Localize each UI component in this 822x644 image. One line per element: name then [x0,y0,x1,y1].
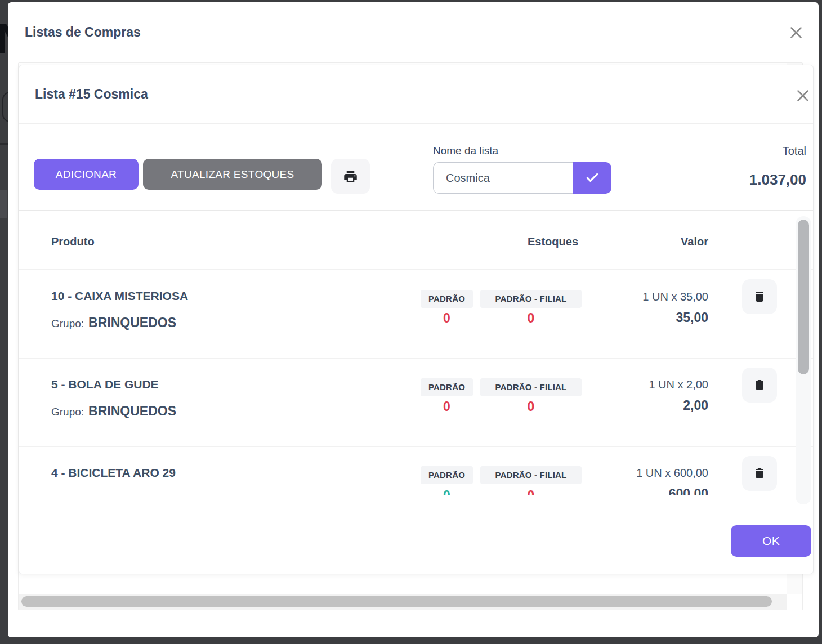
trash-icon [753,378,766,392]
row-total: 2,00 [683,398,708,413]
product-column-header: Produto [51,235,95,248]
delete-item-button[interactable] [742,456,777,491]
stock-badge: PADRÃO [421,466,473,484]
horizontal-scrollbar-track[interactable] [19,594,787,610]
list-name-input-group [433,162,611,194]
horizontal-scrollbar-thumb[interactable] [21,596,772,607]
trash-icon [753,290,766,303]
dialog-close-button[interactable] [792,84,814,107]
stock-badge: PADRÃO - FILIAL [480,378,582,396]
stock-quantity: 0 [421,311,473,326]
row-total: 600,00 [669,486,708,495]
table-divider [19,269,813,270]
print-button[interactable] [331,159,370,194]
quantity-price-line: 1 UN x 600,00 [636,467,708,480]
stock-quantity: 0 [480,311,582,326]
product-name: 5 - BOLA DE GUDE [51,378,159,391]
background-page-box [0,190,7,218]
product-table-viewport[interactable]: Produto Estoques Valor 10 - CAIXA MISTER… [19,211,813,495]
stock-badge: PADRÃO [421,290,473,308]
list-name-label: Nome da lista [433,145,498,157]
total-label: Total [783,145,806,158]
stock-quantity: 0 [480,399,582,414]
update-stocks-button[interactable]: ATUALIZAR ESTOQUES [143,159,322,190]
stock-badge: PADRÃO - FILIAL [480,290,582,308]
delete-item-button[interactable] [742,368,777,402]
printer-icon [343,169,358,184]
group-label: Grupo: [51,317,84,330]
screen: N Listas de Compras Lista #15 Cosmica [0,0,822,644]
total-value: 1.037,00 [749,171,806,189]
add-button[interactable]: ADICIONAR [34,159,139,190]
group-value: BRINQUEDOS [88,404,176,419]
product-group: Grupo: BRINQUEDOS [51,315,176,330]
dialog-title: Lista #15 Cosmica [35,87,148,102]
close-icon [787,23,806,42]
stocks-column-header: Estoques [497,235,609,248]
list-name-input[interactable] [433,162,573,194]
dialog-header-divider [19,123,813,124]
table-divider [19,358,813,359]
stock-badge: PADRÃO - FILIAL [480,466,582,484]
row-total: 35,00 [676,310,708,325]
dialog-footer-divider [19,506,813,506]
product-name: 4 - BICICLETA ARO 29 [51,466,176,480]
shopping-lists-modal: Listas de Compras Lista #15 Cosmica [8,2,819,637]
confirm-name-button[interactable] [573,162,611,194]
list-detail-dialog: Lista #15 Cosmica ADICIONAR ATUALIZAR ES… [19,65,814,574]
stock-quantity: 0 [421,399,473,414]
table-divider [19,446,813,447]
table-vertical-scrollbar-track[interactable] [796,216,811,504]
value-column-header: Valor [681,235,708,248]
check-icon [585,171,600,185]
modal-close-button[interactable] [785,21,807,44]
stock-badge: PADRÃO [421,378,473,396]
product-name: 10 - CAIXA MISTERIOSA [51,289,188,303]
stock-quantity: 0 [421,488,473,495]
delete-item-button[interactable] [742,279,777,314]
modal-title: Listas de Compras [25,25,141,40]
trash-icon [753,467,766,480]
table-vertical-scrollbar-thumb[interactable] [798,220,809,374]
quantity-price-line: 1 UN x 35,00 [642,290,708,303]
stock-quantity: 0 [480,488,582,495]
group-value: BRINQUEDOS [88,315,176,330]
group-label: Grupo: [51,406,84,418]
close-icon [793,86,812,105]
quantity-price-line: 1 UN x 2,00 [649,378,708,391]
product-group: Grupo: BRINQUEDOS [51,404,176,419]
ok-button[interactable]: OK [731,525,811,557]
